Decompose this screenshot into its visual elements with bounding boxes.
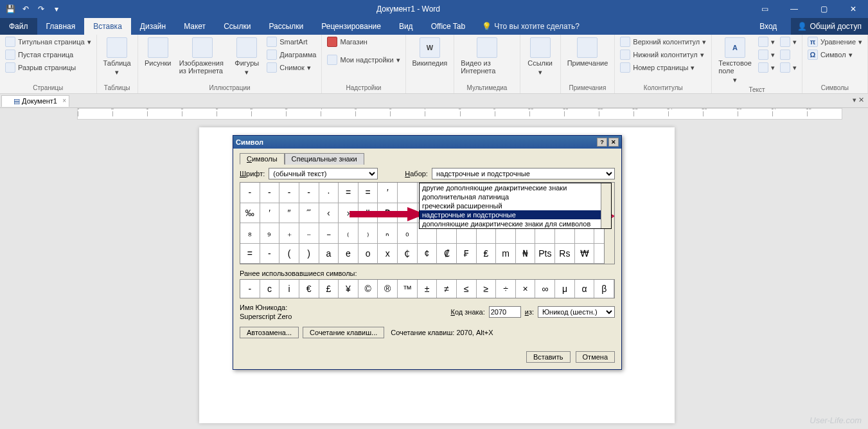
recent-symbol-cell[interactable]: ÷ xyxy=(496,280,516,298)
smartart-button[interactable]: SmartArt xyxy=(265,36,317,48)
recent-symbol-cell[interactable]: ™ xyxy=(398,280,418,298)
horizontal-ruler[interactable]: 3210123456789101112131415161718 xyxy=(77,108,842,120)
datetime-button[interactable] xyxy=(779,49,798,60)
symbol-cell[interactable]: ₣ xyxy=(457,244,477,264)
font-select[interactable]: (обычный текст) xyxy=(269,168,378,179)
recent-symbol-cell[interactable]: ≠ xyxy=(437,280,457,298)
dropdown-scrollbar[interactable] xyxy=(601,183,611,228)
symbol-cell[interactable] xyxy=(398,183,418,203)
recent-symbol-cell[interactable]: β xyxy=(594,280,614,298)
symbol-cell[interactable]: - xyxy=(260,244,280,264)
screenshot-button[interactable]: Снимок ▾ xyxy=(265,62,317,73)
tab-review[interactable]: Рецензирование xyxy=(312,18,390,35)
wikipedia-button[interactable]: WВикипедия xyxy=(410,36,450,68)
symbol-cell[interactable]: - xyxy=(299,183,319,203)
symbol-button[interactable]: ΩСимвол ▾ xyxy=(806,49,864,60)
recent-symbols[interactable]: -ci€£¥©®™±≠≤≥÷×∞μαβ xyxy=(240,279,615,298)
recent-symbol-cell[interactable]: α xyxy=(575,280,595,298)
recent-symbol-cell[interactable]: ¥ xyxy=(339,280,359,298)
quickparts-button[interactable]: ▾ xyxy=(757,36,776,48)
share-button[interactable]: 👤Общий доступ xyxy=(791,18,868,35)
header-button[interactable]: Верхний колонтитул ▾ xyxy=(619,36,707,48)
links-button[interactable]: Ссылки▾ xyxy=(524,36,556,78)
dialog-close-icon[interactable]: ✕ xyxy=(608,138,619,147)
symbol-cell[interactable]: ¢ xyxy=(418,244,438,264)
tab-mailings[interactable]: Рассылки xyxy=(260,18,312,35)
cancel-button[interactable]: Отмена xyxy=(576,351,615,363)
symbol-cell[interactable]: ₦ xyxy=(516,244,536,264)
shapes-button[interactable]: Фигуры▾ xyxy=(231,36,263,78)
document-tab[interactable]: ▤ Документ1 × xyxy=(1,95,69,107)
set-select[interactable]: надстрочные и подстрочные xyxy=(432,168,615,179)
symbol-cell[interactable]: ₉ xyxy=(260,223,280,244)
dropdown-option[interactable]: другие дополняющие диакритические знаки xyxy=(420,183,611,192)
save-icon[interactable]: 💾 xyxy=(5,4,15,14)
tab-insert[interactable]: Вставка xyxy=(84,18,131,35)
insert-button[interactable]: Вставить xyxy=(526,351,571,363)
recent-symbol-cell[interactable]: ∞ xyxy=(535,280,555,298)
symbol-cell[interactable]: x xyxy=(378,244,398,264)
recent-symbol-cell[interactable]: i xyxy=(279,280,299,298)
online-pictures-button[interactable]: Изображения из Интернета xyxy=(177,36,229,76)
symbol-cell[interactable]: Pts xyxy=(535,244,555,264)
symbol-cell[interactable]: ₈ xyxy=(240,223,260,244)
symbol-cell[interactable]: ₩ xyxy=(575,244,595,264)
symbol-cell[interactable]: ₍ xyxy=(339,223,359,244)
dropdown-option[interactable]: надстрочные и подстрочные xyxy=(420,210,611,219)
dialog-tab-special[interactable]: Специальные знаки xyxy=(285,153,364,165)
symbol-cell[interactable]: = xyxy=(339,183,359,203)
textbox-button[interactable]: AТекстовое поле▾ xyxy=(716,36,754,86)
symbol-cell[interactable]: ₵ xyxy=(398,244,418,264)
maximize-icon[interactable]: ▢ xyxy=(809,0,838,18)
symbol-cell[interactable]: ₤ xyxy=(477,244,497,264)
recent-symbol-cell[interactable]: c xyxy=(260,280,280,298)
store-button[interactable]: Магазин xyxy=(326,36,401,48)
minimize-icon[interactable]: — xyxy=(779,0,809,18)
symbol-cell[interactable]: ( xyxy=(279,244,299,264)
symbol-cell[interactable]: Rs xyxy=(555,244,575,264)
symbol-cell[interactable]: = xyxy=(359,183,378,203)
recent-symbol-cell[interactable]: ≥ xyxy=(477,280,497,298)
tab-design[interactable]: Дизайн xyxy=(131,18,175,35)
dialog-tab-symbols[interactable]: Символы xyxy=(240,153,285,165)
comment-button[interactable]: Примечание xyxy=(565,36,611,68)
symbol-cell[interactable]: a xyxy=(319,244,339,264)
tab-layout[interactable]: Макет xyxy=(175,18,215,35)
tell-me[interactable]: 💡Что вы хотите сделать? xyxy=(474,18,587,35)
symbol-cell[interactable]: ‰ xyxy=(240,203,260,224)
tab-references[interactable]: Ссылки xyxy=(215,18,260,35)
blank-page-button[interactable]: Пустая страница xyxy=(4,49,93,60)
symbol-cell[interactable]: ‴ xyxy=(299,203,319,224)
symbol-cell[interactable]: ″ xyxy=(279,203,299,224)
recent-symbol-cell[interactable]: μ xyxy=(555,280,575,298)
recent-symbol-cell[interactable]: × xyxy=(516,280,536,298)
symbol-cell[interactable]: ′ xyxy=(378,183,398,203)
tab-view[interactable]: Вид xyxy=(390,18,422,35)
recent-symbol-cell[interactable]: ≤ xyxy=(457,280,477,298)
symbol-cell[interactable]: e xyxy=(339,244,359,264)
tab-file[interactable]: Файл xyxy=(0,18,37,35)
recent-symbol-cell[interactable]: - xyxy=(240,280,260,298)
tab-officetab[interactable]: Office Tab xyxy=(422,18,475,35)
shortcut-button[interactable]: Сочетание клавиш... xyxy=(303,327,384,338)
code-input[interactable] xyxy=(489,306,521,318)
tabstrip-menu-icon[interactable]: ▾ ✕ xyxy=(853,96,864,104)
object-button[interactable]: ▾ xyxy=(779,62,798,73)
symbol-cell[interactable]: - xyxy=(240,183,260,203)
redo-icon[interactable]: ↷ xyxy=(36,4,46,14)
tab-close-icon[interactable]: × xyxy=(62,97,66,104)
symbol-cell[interactable]: ₊ xyxy=(279,223,299,244)
sign-in[interactable]: Вход xyxy=(750,22,786,31)
symbol-cell[interactable]: = xyxy=(240,244,260,264)
dialog-titlebar[interactable]: Символ ? ✕ xyxy=(233,136,621,149)
autocorrect-button[interactable]: Автозамена... xyxy=(240,327,299,338)
recent-symbol-cell[interactable]: £ xyxy=(319,280,339,298)
ribbon-options-icon[interactable]: ▭ xyxy=(750,0,779,18)
recent-symbol-cell[interactable]: © xyxy=(359,280,378,298)
recent-symbol-cell[interactable]: ® xyxy=(378,280,398,298)
symbol-cell[interactable]: ₡ xyxy=(437,244,457,264)
symbol-cell[interactable]: ′ xyxy=(260,203,280,224)
page-break-button[interactable]: Разрыв страницы xyxy=(4,62,93,73)
cover-page-button[interactable]: Титульная страница ▾ xyxy=(4,36,93,48)
undo-icon[interactable]: ↶ xyxy=(21,4,31,14)
